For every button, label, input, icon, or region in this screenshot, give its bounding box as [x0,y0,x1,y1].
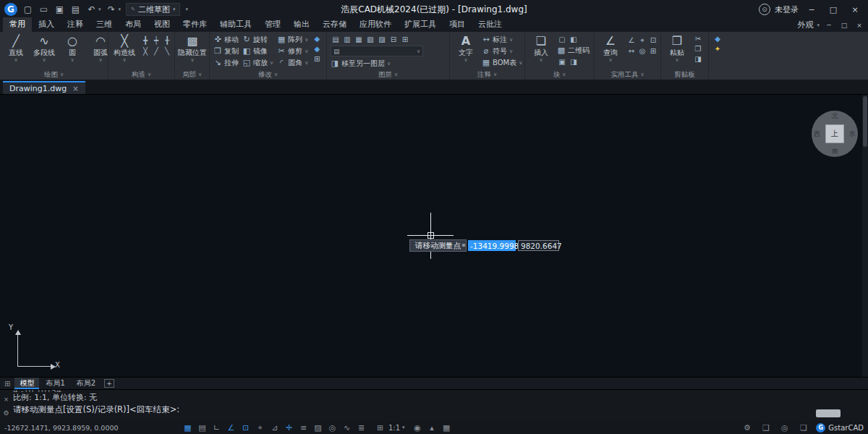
tab-project[interactable]: 项目 [443,17,472,32]
compass-east-label[interactable]: 东 [849,129,856,139]
layer-tool-icon[interactable]: ▤ [331,35,341,44]
tab-layout2[interactable]: 布局2 [72,378,101,389]
quick-access-customize-icon[interactable]: ▾ [185,7,188,12]
stretch-tool[interactable]: ↘ 拉伸 [213,57,239,68]
add-layout-button[interactable]: + [104,379,114,388]
trim-dropdown-icon[interactable]: ∨ [305,48,308,54]
hidden-position-tool[interactable]: ▩ 隐藏位置 ∨ [179,34,206,69]
document-tab[interactable]: Drawing1.dwg × [3,81,85,94]
compass-west-label[interactable]: 西 [814,129,820,139]
draw-group-expand-icon[interactable]: ∨ [60,72,64,77]
layer-group-expand-icon[interactable]: ∨ [394,72,398,77]
tab-output[interactable]: 输出 [287,17,316,32]
tab-model[interactable]: 模型 [14,378,39,389]
canvas-scrollbar[interactable] [862,95,868,377]
annotation-visibility-toggle[interactable]: ◉ [412,423,424,433]
block-tool-icon[interactable]: ▣ [557,57,567,67]
draw-group-label[interactable]: 绘图 ∨ [0,69,108,80]
tab-aux-tools[interactable]: 辅助工具 [213,17,258,32]
appearance-menu[interactable]: 外观 [797,20,813,30]
copy-clip-icon[interactable]: ❐ [693,44,703,54]
modify-group-label[interactable]: 修改 ∨ [210,69,326,80]
scale-tool[interactable]: ◱ 缩放 ∨ [242,57,273,68]
measure-tool-icon[interactable]: ⌖ [637,35,647,45]
osnap-toggle[interactable]: ⊡ [239,423,252,433]
utility-group-expand-icon[interactable]: ∨ [640,72,644,77]
doc-restore-button[interactable]: □ [838,22,850,29]
match-properties-icon[interactable]: ◨ [693,54,703,64]
tab-layout[interactable]: 布局 [119,17,148,32]
compass-north-label[interactable]: 北 [812,111,858,121]
line-dropdown-icon[interactable]: ∨ [14,57,17,63]
fillet-tool[interactable]: ◜ 圆角 ∨ [277,57,308,68]
symbol-tool[interactable]: ⌀ 符号 ∨ [482,46,522,56]
text-tool[interactable]: A 文字 ∨ [454,34,478,69]
close-button[interactable]: × [846,5,864,14]
move-to-layer-dropdown-icon[interactable]: ∨ [387,61,391,67]
maximize-button[interactable]: □ [825,5,842,14]
annotation-scale-value[interactable]: 1:1 [388,424,400,432]
bom-tool[interactable]: ▦ BOM表 ∨ [482,57,522,68]
construction-line-tool[interactable]: ╳ 构造线 ∨ [112,34,137,69]
layer-select-dropdown-icon[interactable]: ∨ [417,48,420,54]
command-close-icon[interactable]: × [4,396,9,403]
new-file-icon[interactable]: ▢ [22,4,33,14]
tab-insert[interactable]: 插入 [32,17,61,32]
hidden-position-dropdown-icon[interactable]: ∨ [190,57,194,63]
line-tool[interactable]: ╱ 直线 ∨ [4,34,28,69]
command-customize-icon[interactable]: ⚙ [3,409,9,417]
user-avatar-icon[interactable]: ⊙ [759,4,770,15]
annotate-group-label[interactable]: 注释 ∨ [450,69,524,80]
measure-tool-icon[interactable]: ⊡ [648,35,658,45]
bom-dropdown-icon[interactable]: ∨ [519,60,522,66]
view-compass[interactable]: 北 南 西 东 上 [812,111,858,157]
circle-dropdown-icon[interactable]: ∨ [70,57,74,63]
arc-dropdown-icon[interactable]: ∨ [98,57,102,63]
canvas-scrollbar-thumb[interactable] [863,96,867,147]
minimize-button[interactable]: ─ [803,5,820,14]
array-tool[interactable]: ▦ 阵列 ∨ [277,34,308,45]
scale-dropdown-icon[interactable]: ∨ [270,60,273,66]
snap-toggle[interactable]: ▤ [196,423,208,433]
paste-dropdown-icon[interactable]: ∨ [675,57,678,63]
annotation-scale-control[interactable]: ⊞ 1:1 ▾ [374,423,405,433]
modify-extra-icon[interactable]: ◆ [312,44,322,54]
undo-dropdown-icon[interactable]: ▾ [98,7,101,12]
utility-group-label[interactable]: 实用工具 ∨ [595,69,660,80]
selection-cycling-toggle[interactable]: ◎ [326,423,339,433]
polar-toggle[interactable]: ∠ [225,423,237,433]
measure-tool-icon[interactable]: ↔ [626,46,637,56]
construct-group-label[interactable]: 构造 ∨ [109,69,174,80]
dynamic-input-x-field[interactable]: -13419.9998 [468,240,516,251]
measure-tool-icon[interactable]: ∠ [626,35,637,45]
otrack-toggle[interactable]: ⌖ [254,423,266,433]
block-group-expand-icon[interactable]: ∨ [562,72,566,77]
modify-extra-icon[interactable]: ⊞ [312,54,322,64]
construct-tool-icon[interactable]: ╲ [162,46,172,56]
measure-tool-icon[interactable]: ⊞ [648,46,658,56]
dynamic-input-y-field[interactable]: 9820.6647 [518,240,559,251]
insert-block-tool[interactable]: ❏ 插入 ∨ [529,34,553,69]
grid-toggle[interactable]: ▦ [182,423,194,433]
undo-icon[interactable]: ↶ [86,4,97,14]
text-dropdown-icon[interactable]: ∨ [464,57,467,63]
print-icon[interactable]: ▤ [70,4,81,14]
isolate-objects-icon[interactable]: ◎ [778,423,791,433]
polyline-dropdown-icon[interactable]: ∨ [42,57,46,63]
move-tool[interactable]: ✜ 移动 [213,34,239,45]
extra-tool-icon[interactable]: ◆ [712,34,723,43]
dimension-dropdown-icon[interactable]: ∨ [509,37,513,43]
tab-home[interactable]: 常用 [3,17,32,32]
annotate-group-expand-icon[interactable]: ∨ [493,72,497,77]
array-dropdown-icon[interactable]: ∨ [305,37,308,43]
insert-block-dropdown-icon[interactable]: ∨ [539,57,542,63]
block-tool-icon[interactable]: ◧ [569,35,579,44]
layout-menu-icon[interactable]: ⊞ [4,380,10,388]
command-line-panel[interactable]: × ⚙ 4.-10.10154 比例: 1:1, 单位转换: 无 请移动测量点[… [0,389,868,421]
query-tool[interactable]: ∠ 查询 ∨ [598,34,623,69]
redo-icon[interactable]: ↷ [106,4,117,14]
construct-tool-icon[interactable]: ╱ [151,46,161,56]
tab-3d[interactable]: 三维 [90,17,119,32]
open-file-icon[interactable]: ▭ [38,4,49,14]
view-cube-top[interactable]: 上 [825,124,844,143]
